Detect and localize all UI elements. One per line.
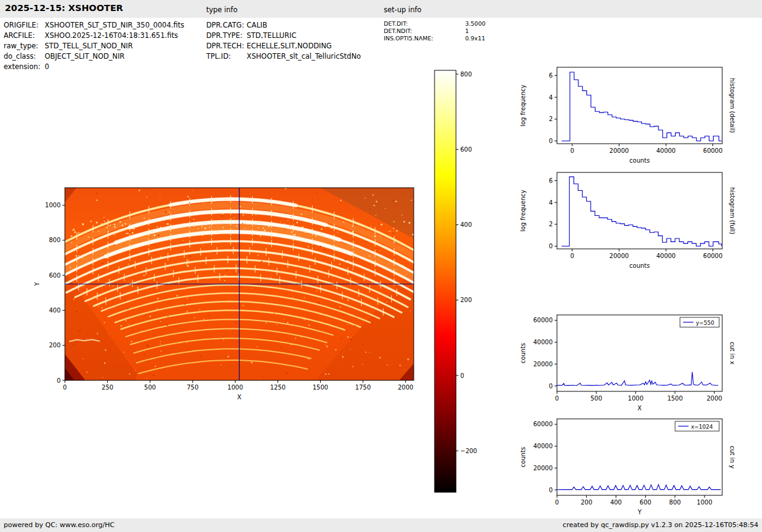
svg-text:750: 750 — [187, 384, 198, 391]
svg-text:X: X — [237, 394, 242, 401]
svg-text:200: 200 — [49, 342, 61, 349]
svg-text:counts: counts — [629, 262, 649, 269]
svg-text:2000: 2000 — [398, 384, 413, 391]
info-value: STD,TELLURIC — [247, 31, 296, 40]
info-value: 1 — [465, 28, 469, 34]
file-info-block: ORIGFILE:XSHOOTER_SLT_STD_NIR_350_0004.f… — [4, 21, 184, 73]
info-row-det-dit: DET.DIT:3.5000 — [384, 20, 485, 28]
svg-text:0: 0 — [549, 138, 553, 144]
svg-text:40000: 40000 — [533, 443, 553, 449]
footer-credit-link[interactable]: powered by QC: www.eso.org/HC — [4, 521, 114, 529]
type-info-heading: type info — [206, 6, 237, 14]
svg-text:2: 2 — [549, 221, 553, 227]
info-value: STD_TELL_SLIT_NOD_NIR — [45, 42, 133, 50]
info-label: INS.OPTI5.NAME: — [384, 35, 465, 42]
svg-text:Y: Y — [637, 509, 642, 515]
info-row-dpr-catg: DPR.CATG:CALIB — [206, 21, 361, 31]
header-bar: 2025-12-15: XSHOOTER type info set-up in… — [0, 0, 762, 18]
info-value: XSHOOTER_slt_cal_TelluricStdNo — [247, 52, 361, 61]
info-label: extension: — [4, 62, 45, 71]
svg-text:1250: 1250 — [270, 384, 285, 391]
colorbar: 8006004002000−200 — [428, 64, 496, 504]
info-row-dpr-tech: DPR.TECH:ECHELLE,SLIT,NODDING — [206, 42, 361, 52]
svg-text:20000: 20000 — [533, 361, 553, 368]
page-title: 2025-12-15: XSHOOTER — [5, 3, 123, 13]
info-row-extension: extension:0 — [4, 62, 184, 73]
svg-text:6: 6 — [549, 177, 553, 184]
info-label: ORIGFILE: — [4, 21, 45, 29]
svg-text:counts: counts — [520, 343, 526, 363]
svg-text:cut in y: cut in y — [729, 446, 736, 468]
info-value: CALIB — [247, 21, 267, 29]
svg-text:2: 2 — [549, 116, 553, 122]
info-value: 0 — [45, 62, 49, 71]
svg-text:40000: 40000 — [656, 253, 676, 259]
svg-text:1750: 1750 — [355, 384, 370, 391]
svg-text:20000: 20000 — [610, 147, 629, 154]
histogram-full-chart: 02000040000600000246countslog frequencyh… — [514, 166, 759, 279]
svg-text:800: 800 — [460, 71, 472, 78]
info-row-rawtype: raw_type:STD_TELL_SLIT_NOD_NIR — [4, 42, 184, 52]
svg-text:histogram (full): histogram (full) — [729, 187, 736, 234]
svg-text:1000: 1000 — [45, 202, 61, 209]
svg-text:600: 600 — [640, 499, 651, 506]
svg-text:1000: 1000 — [628, 395, 643, 402]
raw-frame-image: 0250500750100012501500175020000200400600… — [24, 174, 441, 413]
svg-text:20000: 20000 — [533, 465, 553, 471]
svg-text:cut in x: cut in x — [729, 342, 736, 364]
svg-text:800: 800 — [669, 499, 681, 506]
cut-in-x-chart: 05001000150020000200004000060000Xcountsc… — [514, 309, 759, 422]
svg-text:1000: 1000 — [697, 499, 712, 506]
svg-text:250: 250 — [102, 384, 113, 391]
svg-text:400: 400 — [49, 307, 61, 314]
info-label: DET.DIT: — [384, 20, 465, 27]
type-info-block: DPR.CATG:CALIB DPR.TYPE:STD,TELLURIC DPR… — [206, 21, 361, 62]
cut-in-y-chart: 020040060080010000200004000060000Ycounts… — [514, 413, 759, 526]
svg-text:1500: 1500 — [313, 384, 328, 391]
info-value: 0.9x11 — [465, 35, 485, 42]
svg-text:200: 200 — [460, 297, 472, 303]
svg-text:0: 0 — [555, 395, 559, 402]
info-label: ARCFILE: — [4, 31, 45, 40]
svg-text:4: 4 — [549, 199, 553, 206]
svg-text:40000: 40000 — [533, 339, 553, 345]
svg-text:log frequency: log frequency — [520, 190, 526, 232]
qc-report-page: 2025-12-15: XSHOOTER type info set-up in… — [0, 0, 762, 532]
svg-text:Y: Y — [34, 282, 40, 287]
svg-text:0: 0 — [460, 372, 464, 379]
info-label: TPL.ID: — [206, 52, 247, 61]
info-value: OBJECT_SLIT_NOD_NIR — [45, 52, 125, 61]
info-label: DPR.TYPE: — [206, 31, 247, 40]
svg-text:0: 0 — [570, 253, 574, 259]
footer-bar: powered by QC: www.eso.org/HC created by… — [0, 519, 762, 532]
svg-text:y=550: y=550 — [696, 320, 714, 326]
svg-text:2000: 2000 — [706, 395, 722, 402]
info-row-dpr-type: DPR.TYPE:STD,TELLURIC — [206, 31, 361, 42]
svg-text:X: X — [638, 405, 642, 412]
info-row-origfile: ORIGFILE:XSHOOTER_SLT_STD_NIR_350_0004.f… — [4, 21, 184, 31]
info-value: 3.5000 — [465, 20, 485, 27]
setup-info-block: DET.DIT:3.5000 DET.NDIT:1 INS.OPTI5.NAME… — [384, 20, 485, 42]
svg-text:60000: 60000 — [533, 317, 553, 323]
info-row-det-ndit: DET.NDIT:1 — [384, 28, 485, 35]
svg-text:−200: −200 — [460, 448, 477, 454]
svg-text:400: 400 — [460, 221, 472, 228]
svg-text:4: 4 — [549, 94, 553, 101]
info-value: XSHOOTER_SLT_STD_NIR_350_0004.fits — [45, 21, 184, 29]
svg-text:0: 0 — [570, 147, 574, 154]
info-label: DPR.TECH: — [206, 42, 247, 50]
svg-text:600: 600 — [460, 146, 472, 153]
info-label: raw_type: — [4, 42, 45, 50]
svg-text:0: 0 — [555, 499, 559, 506]
svg-text:histogram (detail): histogram (detail) — [729, 78, 736, 133]
svg-text:40000: 40000 — [656, 147, 676, 154]
svg-text:0: 0 — [549, 487, 553, 493]
info-label: do_class: — [4, 52, 45, 61]
svg-text:x=1024: x=1024 — [691, 424, 713, 430]
svg-text:0: 0 — [549, 383, 553, 390]
footer-created-by: created by qc_rawdisp.py v1.2.3 on 2025-… — [562, 521, 758, 529]
histogram-detail-chart: 02000040000600000246countslog frequencyh… — [514, 61, 759, 174]
svg-text:500: 500 — [591, 395, 602, 402]
svg-text:counts: counts — [629, 157, 649, 164]
svg-text:0: 0 — [549, 243, 553, 249]
